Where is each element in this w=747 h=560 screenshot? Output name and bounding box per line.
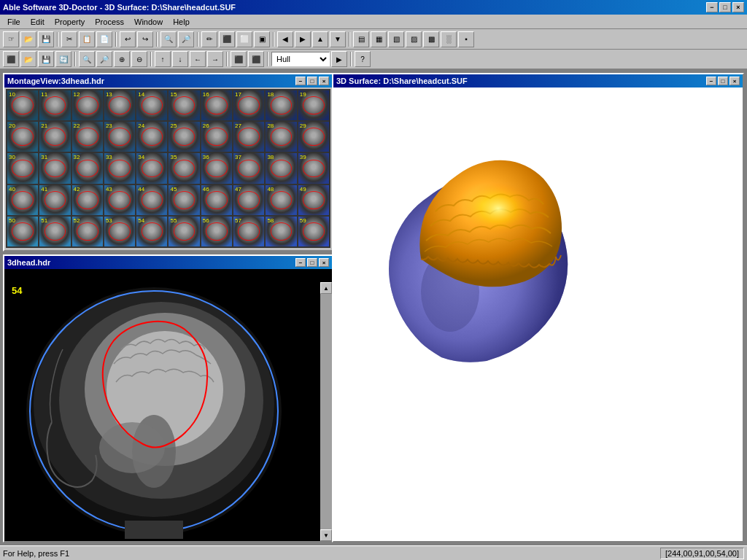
- menu-help[interactable]: Help: [169, 16, 194, 28]
- montage-cell[interactable]: 41: [39, 184, 71, 216]
- menu-window[interactable]: Window: [130, 16, 167, 28]
- montage-cell[interactable]: 59: [298, 216, 330, 247]
- tool2-btn-14[interactable]: ⬛: [248, 51, 264, 67]
- montage-cell[interactable]: 29: [298, 121, 330, 152]
- tool-btn-a1[interactable]: ▤: [353, 31, 369, 47]
- montage-cell[interactable]: 47: [233, 184, 265, 216]
- tool-btn-prev[interactable]: ◀: [277, 31, 293, 47]
- slice-scrollbar[interactable]: ▲ ▼: [320, 282, 332, 541]
- montage-cell[interactable]: 46: [201, 184, 233, 216]
- montage-cell[interactable]: 13: [104, 90, 136, 121]
- maximize-button[interactable]: □: [719, 2, 731, 12]
- tool-btn-fill[interactable]: ▣: [254, 31, 270, 47]
- montage-maximize[interactable]: □: [307, 77, 317, 85]
- montage-cell[interactable]: 22: [71, 121, 104, 152]
- tool2-btn-12[interactable]: →: [207, 51, 223, 67]
- tool2-btn-7[interactable]: ⊕: [114, 51, 130, 67]
- tool-btn-open[interactable]: 📂: [20, 31, 36, 47]
- tool2-btn-4[interactable]: 🔄: [55, 51, 71, 67]
- surface-canvas[interactable]: [333, 88, 743, 541]
- montage-cell[interactable]: 11: [39, 90, 71, 121]
- montage-cell[interactable]: 27: [233, 121, 265, 152]
- tool2-btn-5[interactable]: 🔍: [79, 51, 95, 67]
- tool2-btn-6[interactable]: 🔎: [96, 51, 112, 67]
- tool2-btn-help[interactable]: ?: [355, 51, 371, 67]
- hull-select[interactable]: Hull: [271, 52, 330, 66]
- tool-btn-down[interactable]: ▼: [330, 31, 346, 47]
- montage-cell[interactable]: 30: [7, 152, 39, 184]
- montage-cell[interactable]: 26: [201, 121, 233, 152]
- surface-minimize[interactable]: −: [706, 77, 716, 85]
- tool-btn-zoom-out[interactable]: 🔎: [178, 31, 194, 47]
- tool-btn-a2[interactable]: ▦: [371, 31, 387, 47]
- montage-cell[interactable]: 57: [233, 216, 265, 247]
- montage-cell[interactable]: 14: [136, 90, 168, 121]
- montage-cell[interactable]: 58: [265, 216, 297, 247]
- tool-btn-undo[interactable]: ↩: [120, 31, 136, 47]
- montage-cell[interactable]: 17: [233, 90, 265, 121]
- montage-cell[interactable]: 53: [104, 216, 136, 247]
- montage-cell[interactable]: 52: [71, 216, 104, 247]
- montage-close[interactable]: ×: [319, 77, 329, 85]
- surface-maximize[interactable]: □: [718, 77, 728, 85]
- close-button[interactable]: ×: [732, 2, 744, 12]
- montage-cell[interactable]: 44: [136, 184, 168, 216]
- montage-cell[interactable]: 38: [265, 152, 297, 184]
- montage-cell[interactable]: 35: [168, 152, 200, 184]
- montage-cell[interactable]: 23: [104, 121, 136, 152]
- menu-edit[interactable]: Edit: [26, 16, 49, 28]
- montage-cell[interactable]: 43: [104, 184, 136, 216]
- montage-cell[interactable]: 24: [136, 121, 168, 152]
- montage-cell[interactable]: 20: [7, 121, 39, 152]
- tool2-btn-8[interactable]: ⊖: [131, 51, 147, 67]
- scroll-down[interactable]: ▼: [320, 529, 332, 541]
- tool-btn-rect[interactable]: ⬛: [219, 31, 235, 47]
- montage-cell[interactable]: 32: [71, 152, 104, 184]
- tool-btn-a6[interactable]: ░: [441, 31, 457, 47]
- menu-file[interactable]: File: [3, 16, 25, 28]
- montage-cell[interactable]: 48: [265, 184, 297, 216]
- montage-cell[interactable]: 31: [39, 152, 71, 184]
- montage-cell[interactable]: 19: [298, 90, 330, 121]
- tool2-btn-1[interactable]: ⬛: [3, 51, 19, 67]
- montage-cell[interactable]: 15: [168, 90, 200, 121]
- montage-cell[interactable]: 21: [39, 121, 71, 152]
- slice-maximize[interactable]: □: [307, 258, 317, 267]
- montage-cell[interactable]: 49: [298, 184, 330, 216]
- montage-cell[interactable]: 36: [201, 152, 233, 184]
- scroll-track[interactable]: [320, 294, 332, 529]
- tool-btn-copy[interactable]: 📋: [79, 31, 95, 47]
- tool-btn-zoom-in[interactable]: 🔍: [160, 31, 177, 47]
- tool2-btn-3[interactable]: 💾: [38, 51, 54, 67]
- montage-cell[interactable]: 34: [136, 152, 168, 184]
- montage-cell[interactable]: 33: [104, 152, 136, 184]
- montage-cell[interactable]: 25: [168, 121, 200, 152]
- tool2-btn-11[interactable]: ←: [190, 51, 206, 67]
- montage-cell[interactable]: 40: [7, 184, 39, 216]
- menu-process[interactable]: Process: [90, 16, 128, 28]
- tool-btn-a5[interactable]: ▩: [423, 31, 439, 47]
- tool-btn-ellipse[interactable]: ⬜: [236, 31, 252, 47]
- tool2-btn-10[interactable]: ↓: [172, 51, 188, 67]
- scroll-up[interactable]: ▲: [320, 282, 332, 294]
- tool-btn-draw[interactable]: ✏: [201, 31, 217, 47]
- surface-close[interactable]: ×: [729, 77, 740, 85]
- tool-btn-new[interactable]: ☞: [3, 31, 19, 47]
- montage-cell[interactable]: 45: [168, 184, 200, 216]
- tool-btn-a7[interactable]: ▪: [458, 31, 474, 47]
- tool-btn-a4[interactable]: ▨: [406, 31, 422, 47]
- tool-btn-cut[interactable]: ✂: [61, 31, 77, 47]
- tool-btn-redo[interactable]: ↪: [137, 31, 153, 47]
- montage-cell[interactable]: 39: [298, 152, 330, 184]
- slice-close[interactable]: ×: [319, 258, 329, 267]
- montage-cell[interactable]: 42: [71, 184, 104, 216]
- tool2-btn-9[interactable]: ↑: [155, 51, 171, 67]
- tool-btn-paste[interactable]: 📄: [96, 31, 112, 47]
- tool2-btn-13[interactable]: ⬛: [231, 51, 247, 67]
- montage-cell[interactable]: 18: [265, 90, 297, 121]
- slice-content[interactable]: 54: [4, 269, 332, 541]
- tool-btn-up[interactable]: ▲: [312, 31, 328, 47]
- tool2-btn-go[interactable]: ▶: [331, 51, 347, 67]
- montage-cell[interactable]: 28: [265, 121, 297, 152]
- montage-cell[interactable]: 37: [233, 152, 265, 184]
